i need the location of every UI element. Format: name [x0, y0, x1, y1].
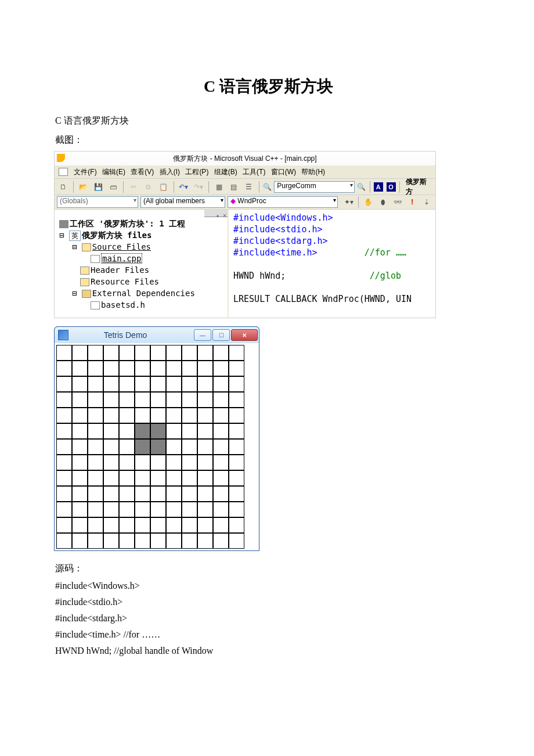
tree-header-folder[interactable]: Header Files — [91, 265, 149, 275]
mdi-icon — [59, 168, 68, 176]
menu-edit[interactable]: 编辑(E) — [102, 168, 125, 176]
close-button[interactable]: ✕ — [231, 329, 258, 341]
app-icon — [57, 154, 65, 162]
grid-cell — [197, 439, 213, 455]
copy-icon[interactable]: ⧉ — [142, 181, 155, 193]
grid-cell — [213, 486, 229, 502]
hand-icon[interactable]: ✋ — [362, 196, 374, 208]
grid-cell — [88, 423, 103, 439]
wand-icon[interactable]: ✦▾ — [342, 196, 355, 208]
tree-workspace[interactable]: 工作区 '俄罗斯方块': 1 工程 — [70, 219, 185, 228]
tree-basetsd[interactable]: basetsd.h — [101, 300, 145, 309]
find-in-files-icon[interactable]: 🔍 — [357, 182, 366, 192]
scope-combo[interactable]: (Globals) — [57, 196, 138, 208]
grid-cell — [119, 439, 135, 455]
cut-icon[interactable]: ✂ — [127, 181, 140, 193]
grid-cell — [103, 455, 119, 470]
grid-cell — [182, 502, 197, 517]
grid-cell — [119, 486, 135, 502]
tetris-titlebar[interactable]: Tetris Demo — ☐ ✕ — [55, 327, 259, 343]
grid-cell — [119, 361, 135, 376]
grid-cell — [166, 361, 182, 376]
output-icon[interactable]: ▤ — [228, 181, 240, 193]
open-icon[interactable]: 📂 — [77, 181, 90, 193]
windowlist-icon[interactable]: ☰ — [243, 181, 255, 193]
vc6-toolbar-2: (Globals) (All global members ◆ WndProc … — [54, 195, 436, 210]
grid-cell — [135, 517, 150, 533]
grid-cell — [197, 376, 213, 392]
function-name: WndProc — [237, 197, 266, 205]
minimize-button[interactable]: — — [194, 329, 211, 341]
tetris-title: Tetris Demo — [57, 330, 194, 340]
code-l1: #include<Windows.h> — [233, 213, 333, 223]
quickwatch-icon[interactable]: 👓 — [391, 196, 403, 208]
grid-cell — [103, 361, 119, 376]
grid-cell — [213, 517, 229, 533]
grid-cell — [229, 502, 244, 517]
ime-indicator[interactable]: 英 — [69, 231, 81, 241]
file-icon — [91, 301, 100, 309]
letter-o-icon[interactable]: O — [387, 182, 396, 192]
grid-cell — [119, 408, 135, 423]
tree-main-cpp[interactable]: main.cpp — [101, 253, 142, 264]
grid-cell — [229, 361, 244, 376]
menu-build[interactable]: 组建(B) — [214, 168, 237, 176]
grid-cell — [135, 345, 150, 361]
grid-cell — [182, 533, 197, 549]
grid-cell — [182, 345, 197, 361]
find-icon[interactable]: 🔍 — [262, 182, 272, 192]
menu-help[interactable]: 帮助(H) — [301, 168, 325, 176]
menu-file[interactable]: 文件(F) — [74, 168, 96, 176]
grid-cell — [88, 392, 103, 408]
letter-a-icon[interactable]: A — [374, 182, 383, 192]
grid-cell — [166, 408, 182, 423]
find-combo[interactable]: PurgeComm — [274, 181, 355, 193]
saveall-icon[interactable]: 🗃 — [107, 181, 120, 193]
code-l3: #include<stdarg.h> — [233, 236, 328, 246]
grid-cell — [166, 439, 182, 455]
grid-cell — [213, 423, 229, 439]
grid-cell — [88, 439, 103, 455]
grid-cell — [135, 392, 150, 408]
grid-cell — [56, 455, 72, 470]
new-icon[interactable]: 🗋 — [57, 181, 70, 193]
tree-project[interactable]: 俄罗斯方块 files — [82, 231, 152, 240]
redo-icon[interactable]: ↷▾ — [192, 181, 205, 193]
code-l2: #include<stdio.h> — [233, 224, 323, 235]
tetris-window: Tetris Demo — ☐ ✕ — [54, 326, 259, 551]
workspace-icon[interactable]: ▦ — [212, 181, 225, 193]
screenshot-label: 截图： — [55, 134, 482, 146]
workspace-tree[interactable]: ▴ ✕ 工作区 '俄罗斯方块': 1 工程 ⊟ 英俄罗斯方块 files ⊟ S… — [55, 210, 229, 318]
step-icon[interactable]: ⇣ — [421, 196, 433, 208]
menu-view[interactable]: 查看(V) — [131, 168, 154, 176]
grid-cell — [72, 408, 88, 423]
breakpoint-icon[interactable]: ⬮ — [377, 196, 389, 208]
grid-cell — [103, 423, 119, 439]
grid-cell — [229, 423, 244, 439]
paste-icon[interactable]: 📋 — [157, 181, 170, 193]
doc-title: C 语言俄罗斯方块 — [55, 75, 482, 98]
bang-icon[interactable]: ! — [406, 196, 418, 208]
menu-insert[interactable]: 插入(I) — [160, 168, 180, 176]
grid-cell — [88, 486, 103, 502]
tree-resource-folder[interactable]: Resource Files — [91, 277, 159, 286]
menu-window[interactable]: 窗口(W) — [271, 168, 296, 176]
undo-icon[interactable]: ↶▾ — [178, 181, 190, 193]
grid-cell — [229, 376, 244, 392]
grid-cell — [229, 439, 244, 455]
tree-extdep-folder[interactable]: External Dependencies — [92, 289, 195, 298]
vc6-menubar[interactable]: 文件(F) 编辑(E) 查看(V) 插入(I) 工程(P) 组建(B) 工具(T… — [54, 165, 436, 179]
function-combo[interactable]: ◆ WndProc — [228, 196, 338, 208]
grid-cell — [103, 376, 119, 392]
code-editor[interactable]: #include<Windows.h> #include<stdio.h> #i… — [229, 210, 435, 318]
menu-project[interactable]: 工程(P) — [185, 168, 208, 176]
tree-source-folder[interactable]: Source Files — [92, 242, 151, 251]
members-combo[interactable]: (All global members — [140, 196, 225, 208]
save-icon[interactable]: 💾 — [92, 181, 105, 193]
grid-cell — [56, 533, 72, 549]
menu-tools[interactable]: 工具(T) — [243, 168, 265, 176]
grid-cell — [135, 439, 150, 455]
grid-cell — [56, 439, 72, 455]
maximize-button[interactable]: ☐ — [212, 329, 230, 341]
code-l5a: HWND hWnd; — [233, 271, 286, 281]
